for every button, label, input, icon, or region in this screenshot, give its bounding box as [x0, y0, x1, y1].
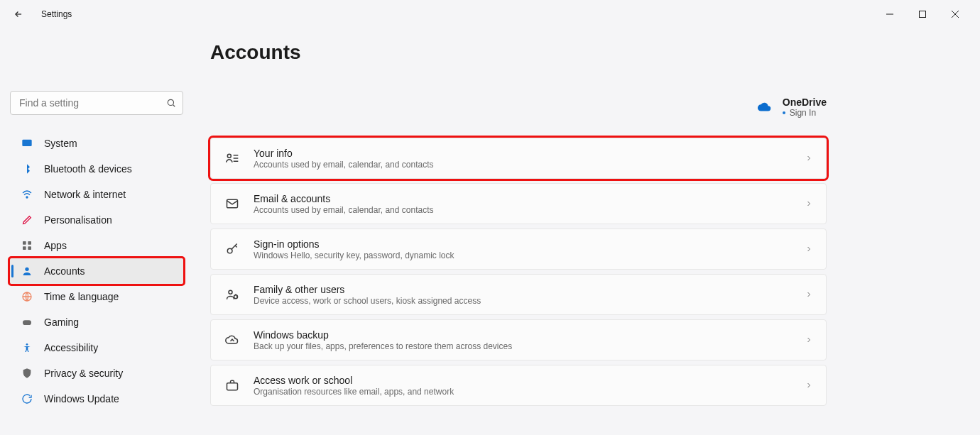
update-icon: [20, 392, 34, 406]
brush-icon: [20, 213, 34, 227]
main-content: Accounts OneDrive Sign In Your: [193, 28, 980, 435]
card-work-school[interactable]: Access work or school Organisation resou…: [210, 365, 827, 406]
card-title: Sign-in options: [254, 238, 805, 250]
chevron-right-icon: [805, 381, 813, 390]
sidebar-item-accessibility[interactable]: Accessibility: [10, 335, 183, 360]
sidebar-item-label: Time & language: [44, 291, 119, 302]
sidebar-item-network[interactable]: Network & internet: [10, 182, 183, 207]
card-sub: Organisation resources like email, apps,…: [254, 387, 805, 397]
close-button[interactable]: [939, 3, 971, 26]
chevron-right-icon: [805, 199, 813, 208]
key-icon: [224, 241, 241, 258]
chevron-right-icon: [805, 290, 813, 299]
card-text: Sign-in options Windows Hello, security …: [254, 238, 805, 260]
globe-icon: [20, 290, 34, 304]
search-wrapper: [10, 91, 183, 115]
titlebar: Settings: [0, 0, 980, 28]
svg-point-3: [26, 197, 28, 198]
onedrive-title: OneDrive: [783, 97, 827, 108]
sidebar-item-label: Privacy & security: [44, 368, 123, 379]
accessibility-icon: [20, 341, 34, 355]
svg-rect-2: [22, 140, 31, 146]
onedrive-card[interactable]: OneDrive Sign In: [757, 97, 827, 118]
svg-rect-5: [28, 241, 31, 245]
system-icon: [20, 136, 34, 150]
sidebar-item-privacy[interactable]: Privacy & security: [10, 360, 183, 386]
card-your-info[interactable]: Your info Accounts used by email, calend…: [210, 138, 827, 179]
status-dot-icon: [783, 111, 785, 114]
apps-icon: [20, 238, 34, 253]
sidebar-item-label: System: [44, 138, 77, 149]
search-input[interactable]: [10, 91, 183, 115]
sidebar-item-label: Gaming: [44, 316, 79, 328]
svg-point-14: [227, 248, 232, 253]
chevron-right-icon: [805, 336, 813, 344]
svg-rect-0: [920, 11, 926, 18]
card-signin-options[interactable]: Sign-in options Windows Hello, security …: [210, 228, 827, 270]
backup-icon: [224, 331, 241, 348]
chevron-right-icon: [805, 245, 813, 253]
card-windows-backup[interactable]: Windows backup Back up your files, apps,…: [210, 319, 827, 360]
card-email-accounts[interactable]: Email & accounts Accounts used by email,…: [210, 183, 827, 224]
sidebar: System Bluetooth & devices Network & int…: [0, 28, 193, 435]
sidebar-item-time-language[interactable]: Time & language: [10, 284, 183, 309]
sidebar-item-personalisation[interactable]: Personalisation: [10, 207, 183, 233]
sidebar-item-system[interactable]: System: [10, 131, 183, 156]
bluetooth-icon: [20, 162, 34, 176]
card-text: Your info Accounts used by email, calend…: [254, 148, 805, 170]
onedrive-action-row: Sign In: [783, 108, 827, 118]
sidebar-item-label: Personalisation: [44, 214, 112, 226]
card-sub: Device access, work or school users, kio…: [254, 296, 805, 306]
card-title: Access work or school: [254, 375, 805, 386]
onedrive-text: OneDrive Sign In: [783, 97, 827, 118]
sidebar-item-gaming[interactable]: Gaming: [10, 309, 183, 335]
card-title: Your info: [254, 148, 805, 159]
svg-point-12: [227, 154, 231, 158]
sidebar-item-label: Windows Update: [44, 393, 119, 404]
card-text: Family & other users Device access, work…: [254, 284, 805, 306]
sidebar-item-label: Accounts: [44, 265, 85, 277]
svg-rect-6: [23, 246, 26, 250]
svg-rect-4: [23, 241, 26, 245]
sidebar-item-label: Bluetooth & devices: [44, 163, 132, 175]
maximize-button[interactable]: [906, 3, 939, 26]
card-text: Access work or school Organisation resou…: [254, 375, 805, 397]
svg-point-8: [25, 268, 28, 271]
minimize-button[interactable]: [873, 3, 906, 26]
sidebar-item-apps[interactable]: Apps: [10, 233, 183, 258]
window-controls: [873, 3, 971, 26]
card-title: Windows backup: [254, 329, 805, 341]
svg-point-11: [26, 343, 28, 346]
sidebar-item-bluetooth[interactable]: Bluetooth & devices: [10, 156, 183, 182]
card-text: Windows backup Back up your files, apps,…: [254, 329, 805, 351]
onedrive-signin-link[interactable]: Sign In: [790, 108, 816, 118]
sidebar-nav: System Bluetooth & devices Network & int…: [10, 131, 183, 412]
accounts-icon: [20, 264, 34, 278]
svg-rect-7: [28, 246, 31, 250]
briefcase-icon: [224, 377, 241, 394]
card-title: Email & accounts: [254, 193, 805, 204]
cards-list: Your info Accounts used by email, calend…: [210, 138, 827, 406]
chevron-right-icon: [805, 154, 813, 163]
back-button[interactable]: [9, 4, 28, 24]
card-sub: Windows Hello, security key, password, d…: [254, 250, 805, 260]
sidebar-item-accounts[interactable]: Accounts: [10, 258, 183, 284]
card-family-users[interactable]: Family & other users Device access, work…: [210, 274, 827, 315]
card-sub: Back up your files, apps, preferences to…: [254, 341, 805, 351]
svg-point-15: [229, 290, 232, 294]
sidebar-item-label: Accessibility: [44, 342, 98, 353]
page-title: Accounts: [210, 41, 966, 64]
onedrive-row: OneDrive Sign In: [210, 97, 827, 118]
mail-icon: [224, 195, 241, 212]
svg-point-1: [168, 99, 173, 105]
shield-icon: [20, 366, 34, 380]
sidebar-item-label: Apps: [44, 240, 67, 251]
cloud-icon: [757, 99, 773, 115]
family-icon: [224, 286, 241, 303]
gaming-icon: [20, 315, 34, 329]
card-sub: Accounts used by email, calendar, and co…: [254, 160, 805, 170]
card-sub: Accounts used by email, calendar, and co…: [254, 205, 805, 215]
card-text: Email & accounts Accounts used by email,…: [254, 193, 805, 215]
sidebar-item-windows-update[interactable]: Windows Update: [10, 386, 183, 412]
search-icon: [166, 98, 176, 108]
